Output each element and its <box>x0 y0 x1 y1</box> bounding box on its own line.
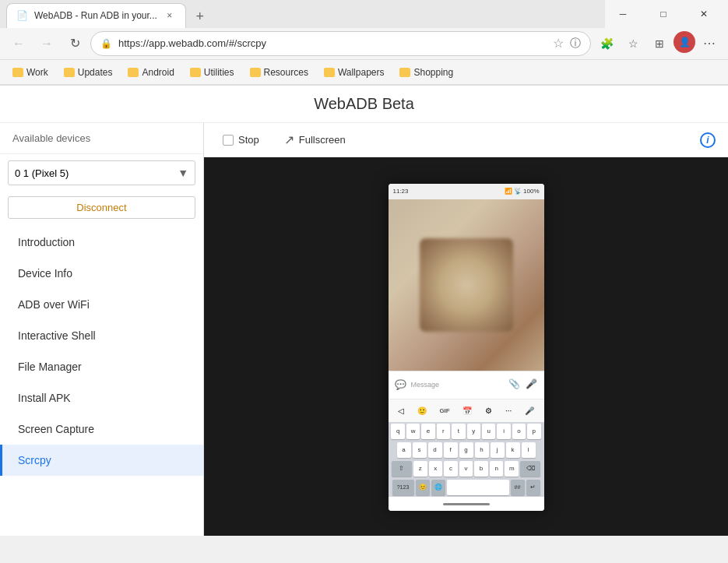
wifi-icon: 📡 <box>514 188 522 195</box>
key-enter[interactable]: ↵ <box>526 480 540 495</box>
sidebar-item-file-manager[interactable]: File Manager <box>0 351 203 382</box>
bookmark-work[interactable]: Work <box>6 63 55 82</box>
sidebar-item-device-info[interactable]: Device Info <box>0 258 203 289</box>
key-e[interactable]: e <box>421 424 434 439</box>
sidebar: Available devices 0 1 (Pixel 5) ▼ Discon… <box>0 123 204 536</box>
sidebar-item-install-apk[interactable]: Install APK <box>0 382 203 413</box>
fullscreen-button[interactable]: ↗ Fullscreen <box>278 129 352 150</box>
toolbar-sticker-icon[interactable]: 🙂 <box>417 406 427 415</box>
toolbar-more-icon[interactable]: ··· <box>505 406 512 415</box>
key-emoji[interactable]: 😊 <box>416 480 430 495</box>
key-z[interactable]: z <box>413 461 427 477</box>
key-s[interactable]: s <box>413 442 427 458</box>
maximize-button[interactable]: □ <box>645 2 681 26</box>
sidebar-item-label: Screen Capture <box>18 423 94 435</box>
key-c[interactable]: c <box>444 461 458 477</box>
star-icon[interactable]: ☆ <box>553 36 564 51</box>
phone-keyboard: q w e r t y u i o p a <box>389 422 544 497</box>
sidebar-item-label: Device Info <box>18 267 72 280</box>
sidebar-item-interactive-shell[interactable]: Interactive Shell <box>0 320 203 351</box>
nav-actions: 🧩 ☆ ⊞ 👤 ⋯ <box>594 31 722 56</box>
key-d[interactable]: d <box>428 442 442 458</box>
page-body: Available devices 0 1 (Pixel 5) ▼ Discon… <box>0 123 728 536</box>
forward-button[interactable]: → <box>34 31 59 56</box>
key-u[interactable]: u <box>482 424 495 439</box>
key-v[interactable]: v <box>459 461 473 477</box>
message-placeholder[interactable]: 💬 <box>395 379 406 390</box>
toolbar-back-icon[interactable]: ◁ <box>398 406 404 415</box>
key-p[interactable]: p <box>527 424 540 439</box>
active-tab[interactable]: 📄 WebADB - Run ADB in your... × <box>6 3 186 28</box>
sidebar-item-scrcpy[interactable]: Scrcpy <box>0 445 203 476</box>
refresh-button[interactable]: ↻ <box>62 31 87 56</box>
sidebar-item-adb-wifi[interactable]: ADB over WiFi <box>0 289 203 320</box>
key-punct[interactable]: ## <box>511 480 525 495</box>
phone-screen[interactable]: 11:23 📶 📡 100% 💬 Message <box>389 184 544 511</box>
key-n[interactable]: n <box>490 461 504 477</box>
toolbar-gif-icon[interactable]: GIF <box>439 407 449 414</box>
key-h[interactable]: h <box>475 442 489 458</box>
sidebar-item-screen-capture[interactable]: Screen Capture <box>0 413 203 445</box>
key-t[interactable]: t <box>452 424 465 439</box>
close-button[interactable]: ✕ <box>686 2 722 26</box>
message-input[interactable]: Message <box>411 381 504 389</box>
bookmark-utilities[interactable]: Utilities <box>184 63 241 82</box>
phone-container: 11:23 📶 📡 100% 💬 Message <box>204 158 728 536</box>
key-x[interactable]: x <box>429 461 443 477</box>
stop-button[interactable]: Stop <box>216 131 266 149</box>
key-numbers[interactable]: ?123 <box>392 480 414 495</box>
phone-home-bar[interactable] <box>443 503 490 505</box>
key-w[interactable]: w <box>406 424 420 439</box>
key-a[interactable]: a <box>397 442 411 458</box>
key-i[interactable]: i <box>497 424 510 439</box>
stop-label: Stop <box>238 134 259 146</box>
id-icon[interactable]: ⓘ <box>570 37 581 51</box>
more-button[interactable]: ⋯ <box>697 31 722 56</box>
address-input[interactable] <box>118 37 547 49</box>
key-shift[interactable]: ⇧ <box>392 461 412 477</box>
bookmark-resources[interactable]: Resources <box>244 63 315 82</box>
profile-button[interactable]: 👤 <box>673 31 695 53</box>
extension-button[interactable]: 🧩 <box>594 31 619 56</box>
key-m[interactable]: m <box>505 461 519 477</box>
bookmark-shopping[interactable]: Shopping <box>393 63 459 82</box>
bookmark-android[interactable]: Android <box>121 63 180 82</box>
controls-bar: Stop ↗ Fullscreen i <box>204 123 728 157</box>
key-globe[interactable]: 🌐 <box>431 480 445 495</box>
key-g[interactable]: g <box>459 442 473 458</box>
key-b[interactable]: b <box>474 461 488 477</box>
bookmark-wallpapers[interactable]: Wallpapers <box>318 63 391 82</box>
toolbar-mic-icon[interactable]: 🎤 <box>525 406 534 415</box>
key-j[interactable]: j <box>491 442 505 458</box>
bookmark-label: Android <box>142 67 174 78</box>
sidebar-item-label: Install APK <box>18 392 71 404</box>
key-l[interactable]: l <box>522 442 536 458</box>
key-f[interactable]: f <box>444 442 458 458</box>
key-space[interactable] <box>447 480 509 495</box>
device-selector[interactable]: 0 1 (Pixel 5) ▼ <box>8 160 195 185</box>
battery-icon: 100% <box>523 188 539 195</box>
key-k[interactable]: k <box>506 442 520 458</box>
key-r[interactable]: r <box>437 424 450 439</box>
toolbar-settings-icon[interactable]: ⚙ <box>485 406 492 415</box>
bookmark-updates[interactable]: Updates <box>58 63 119 82</box>
key-q[interactable]: q <box>391 424 404 439</box>
disconnect-button[interactable]: Disconnect <box>8 196 195 219</box>
bookmark-label: Work <box>26 67 48 78</box>
back-button[interactable]: ← <box>6 31 31 56</box>
attachment-icon[interactable]: 📎 <box>508 378 521 391</box>
info-icon[interactable]: i <box>700 132 716 148</box>
new-tab-button[interactable]: + <box>189 6 211 28</box>
sidebar-item-introduction[interactable]: Introduction <box>0 227 203 258</box>
key-y[interactable]: y <box>467 424 480 439</box>
address-bar[interactable]: 🔒 ☆ ⓘ <box>90 31 591 56</box>
folder-icon <box>250 68 261 77</box>
toolbar-calendar-icon[interactable]: 📅 <box>462 406 472 415</box>
key-backspace[interactable]: ⌫ <box>520 461 540 477</box>
favorites-button[interactable]: ☆ <box>621 31 645 56</box>
minimize-button[interactable]: ─ <box>605 2 641 26</box>
tab-close-button[interactable]: × <box>164 9 176 22</box>
key-o[interactable]: o <box>512 424 526 439</box>
collections-button[interactable]: ⊞ <box>647 31 672 56</box>
mic-icon[interactable]: 🎤 <box>526 378 538 391</box>
